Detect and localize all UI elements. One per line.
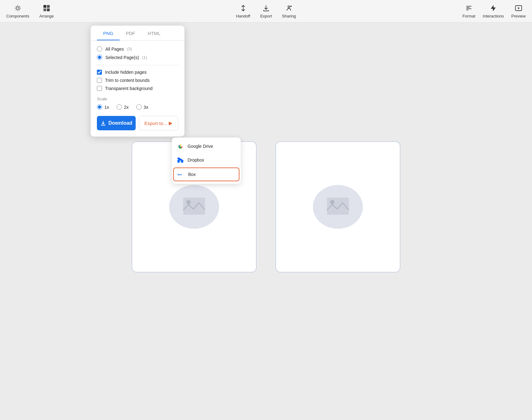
radio-all-pages[interactable]: All Pages (3) [97,46,178,52]
checkbox-trim-input[interactable] [97,78,102,83]
scale-2x-input[interactable] [117,104,122,110]
export-to-arrow: ▶ [169,120,173,126]
export-label: Export [260,14,272,18]
svg-rect-1 [43,5,46,8]
tab-png[interactable]: PNG [97,26,120,40]
tab-pdf[interactable]: PDF [120,26,142,40]
handoff-icon [239,4,248,12]
download-label: Download [108,120,132,126]
svg-rect-4 [47,8,50,11]
export-to-button[interactable]: Export to... ▶ [139,116,178,130]
arrange-label: Arrange [39,14,54,18]
export-actions: Download Export to... ▶ [97,116,178,130]
arrange-icon [42,4,51,12]
toolbar-item-interactions[interactable]: Interactions [483,4,504,18]
checkbox-transparent[interactable]: Transparent background [97,86,178,91]
checkbox-hidden-pages-input[interactable] [97,70,102,75]
radio-all-pages-label: All Pages [105,47,124,52]
export-to-label: Export to... [144,121,167,126]
scale-1x-input[interactable] [97,104,102,110]
radio-all-pages-input[interactable] [97,46,102,52]
export-popup: PNG PDF HTML All Pages (3) Selected Page… [91,26,184,137]
svg-point-0 [17,7,19,9]
scale-3x[interactable]: 3x [136,104,148,110]
checkbox-group: Include hidden pages Trim to content bou… [97,70,178,91]
transparent-label: Transparent background [105,86,153,91]
toolbar-item-handoff[interactable]: Handoff [236,4,250,18]
scale-label: Scale [97,97,178,101]
svg-rect-3 [47,5,50,8]
interactions-label: Interactions [483,14,504,18]
svg-text:box: box [178,173,182,176]
download-icon [100,120,106,126]
box-label: Box [188,172,196,177]
dropdown-item-box[interactable]: box Box [173,168,239,181]
format-icon [464,4,473,12]
svg-point-19 [330,200,334,204]
checkbox-transparent-input[interactable] [97,86,102,91]
toolbar-right: Format Interactions Preview [462,4,526,18]
selected-pages-count: (1) [142,55,147,60]
radio-selected-pages-input[interactable] [97,55,102,60]
toolbar-item-arrange[interactable]: Arrange [39,4,54,18]
sharing-label: Sharing [282,14,296,18]
preview-label: Preview [511,14,526,18]
google-drive-label: Google Drive [188,144,213,149]
scale-1x-label: 1x [104,105,109,110]
dropbox-label: Dropbox [188,158,204,162]
radio-selected-pages[interactable]: Selected Page(s) (1) [97,55,178,60]
scale-group: 1x 2x 3x [97,104,178,110]
hidden-pages-label: Include hidden pages [105,70,147,75]
export-dropdown: Google Drive Dropbox box Box [172,138,241,184]
sharing-icon [284,4,293,12]
image-placeholder-left [169,185,219,229]
svg-point-6 [288,6,290,8]
preview-icon [514,4,523,12]
checkbox-hidden-pages[interactable]: Include hidden pages [97,70,178,75]
toolbar-item-format[interactable]: Format [462,4,475,18]
svg-line-8 [290,7,291,7]
toolbar-left: Components Arrange [6,4,54,18]
download-button[interactable]: Download [97,116,136,130]
svg-point-7 [290,6,292,7]
components-icon [13,4,22,12]
image-placeholder-right [313,185,363,229]
components-label: Components [6,14,29,18]
checkbox-trim[interactable]: Trim to content bounds [97,78,178,83]
interactions-icon [489,4,498,12]
page-options: All Pages (3) Selected Page(s) (1) [97,46,178,60]
export-tabs: PNG PDF HTML [91,26,184,41]
scale-2x[interactable]: 2x [117,104,129,110]
scale-3x-input[interactable] [136,104,142,110]
dropbox-icon [177,157,184,163]
toolbar-item-sharing[interactable]: Sharing [282,4,296,18]
dropdown-item-google-drive[interactable]: Google Drive [172,139,241,153]
canvas-area [0,129,532,420]
divider [97,65,178,65]
scale-3x-label: 3x [144,105,148,110]
toolbar-item-components[interactable]: Components [6,4,29,18]
scale-1x[interactable]: 1x [97,104,109,110]
main-content: PNG PDF HTML All Pages (3) Selected Page… [0,22,532,420]
box-icon: box [178,171,184,178]
svg-marker-15 [518,7,520,9]
format-label: Format [462,14,475,18]
radio-selected-pages-label: Selected Page(s) [105,55,139,60]
export-icon [262,4,270,12]
google-drive-icon [177,143,184,150]
toolbar-item-export[interactable]: Export [260,4,272,18]
dropdown-item-dropbox[interactable]: Dropbox [172,153,241,167]
scale-2x-label: 2x [124,105,129,110]
all-pages-count: (3) [127,47,132,51]
canvas-card-right [275,141,400,272]
trim-label: Trim to content bounds [105,78,150,83]
svg-rect-2 [43,8,46,11]
toolbar-item-preview[interactable]: Preview [511,4,526,18]
svg-point-17 [186,200,191,204]
toolbar-center: Handoff Export Sharing [236,4,296,18]
toolbar: Components Arrange [0,0,532,22]
handoff-label: Handoff [236,14,250,18]
svg-marker-13 [491,5,496,11]
tab-html[interactable]: HTML [142,26,167,40]
export-body: All Pages (3) Selected Page(s) (1) Inclu… [91,41,184,137]
